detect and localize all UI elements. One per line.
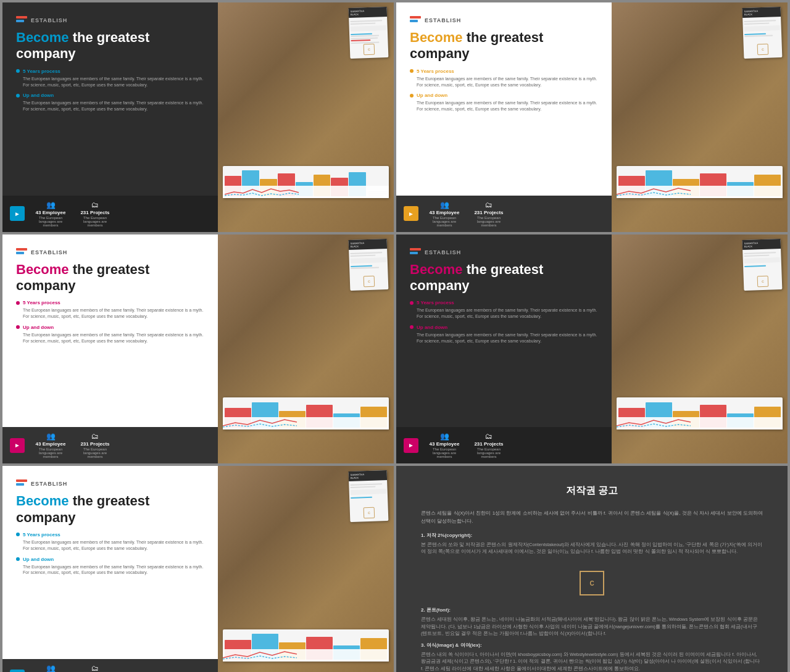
bullet-dot-2 (16, 94, 20, 97)
slide-1-title: Become the greatest company (16, 30, 206, 62)
slide-3-bullet2-body: The European languages are members of th… (16, 332, 206, 344)
slide-1: ESTABLISH Become the greatest company 5 … (2, 2, 394, 232)
bullet-dot-7 (410, 301, 414, 305)
copyright-section-1-body: 본 콘텐스의 쏘와 및 저작권은 콘텐스의 원제작자(Contentstakeo… (421, 541, 763, 555)
slide-5-stat1-icon: 👥 (46, 664, 56, 672)
slide-4-stat2-num: 231 Projects (474, 441, 503, 447)
slide-1-stat2-icon: 🗂 (91, 201, 99, 209)
slide-3-arrow[interactable]: ► (10, 438, 25, 453)
logo-3: ESTABLISH (16, 248, 206, 257)
copyright-section-3-body: 콘텐스 내의 쏙 식이이다 t, 아이나서 이면(여 khosboypicsbo… (421, 651, 763, 672)
slide-2-stat2-icon: 🗂 (485, 201, 493, 209)
slide-2-stat1-icon: 👥 (440, 201, 449, 209)
slide-5-bottom: ► 👥 43 Employee The European languages a… (2, 659, 218, 672)
slide-3-stat1-icon: 👥 (46, 432, 56, 441)
slide-4-arrow[interactable]: ► (404, 438, 418, 453)
slide-5-stat2: 🗂 231 Projects The European languages ar… (77, 664, 114, 672)
slide-3-highlight: Become (16, 262, 69, 277)
logo-text-3: ESTABLISH (31, 249, 67, 255)
slide-1-stat2: 🗂 231 Projects The European languages ar… (77, 201, 114, 227)
copyright-logo-area: C (580, 565, 604, 602)
paper-3: SAMANTHABLACK C (742, 7, 783, 59)
slide-1-bullet2-title: Up and down (16, 93, 206, 98)
slide-4-bullet2-body: The European languages are members of th… (410, 332, 599, 344)
slide-4-stat2: 🗂 231 Projects The European languages ar… (470, 432, 507, 458)
slide-1-bullet1-title: 5 Years process (16, 68, 206, 74)
slide-5-bullet2-body: The European languages are members of th… (16, 564, 206, 576)
bullet-dot-10 (16, 557, 20, 561)
chart-label-3 (223, 417, 389, 429)
slide-4-bullet2: Up and down The European languages are m… (410, 325, 599, 344)
logo-icon-5 (16, 479, 27, 488)
slide-1-stat1-sub: The European languages are members (32, 216, 69, 227)
slide-2-bullet2-body: The European languages are members of th… (410, 100, 599, 112)
slide-5-image: SAMANTHABLACK C (218, 466, 394, 672)
copyright-section-1-title: 1. 저작 2%(copyright): (421, 532, 763, 539)
slide-2-content: ESTABLISH Become the greatest company 5 … (396, 2, 612, 232)
slide-3-bullet1: 5 Years process The European languages a… (16, 300, 206, 320)
slide-4-stat2-sub: The European languages are members (470, 447, 507, 458)
copyright-intro: 콘텐스 세팀을 식(X)아서 친한미 1성의 한계에 소비하는 세사에 없어 주… (421, 510, 763, 526)
slide-2: ESTABLISH Become the greatest company 5 … (396, 2, 788, 232)
slide-5-bullet1-body: The European languages are members of th… (16, 539, 206, 552)
slide-5-arrow[interactable]: ► (10, 670, 25, 672)
slide-4-bullet2-title: Up and down (410, 325, 599, 330)
slide-1-stat1-icon: 👥 (46, 201, 56, 209)
chart-label (223, 186, 389, 198)
slide-3-stat1-sub: The European languages are members (32, 447, 69, 458)
slide-3-stat2-icon: 🗂 (91, 432, 99, 441)
line-chart-3 (223, 417, 389, 429)
slide-4-stat1: 👥 43 Employee The European languages are… (426, 432, 463, 458)
slide-4-stat2-icon: 🗂 (485, 432, 493, 441)
logo-icon-3 (16, 248, 27, 257)
slide-4: ESTABLISH Become the greatest company 5 … (396, 234, 788, 464)
chart-label-5 (223, 649, 389, 662)
bullet-dot-6 (16, 325, 20, 329)
slide-2-highlight: Become (410, 30, 463, 45)
slide-3-image: SAMANTHABLACK C (218, 234, 394, 464)
line-chart-4 (617, 417, 783, 429)
slide-3-stat1: 👥 43 Employee The European languages are… (32, 432, 69, 458)
slide-1-image: SAMANTHABLACK C (218, 2, 394, 232)
logo-1: ESTABLISH (16, 16, 206, 25)
line-chart-2 (617, 186, 783, 198)
copyright-title: 저작권 공고 (566, 484, 618, 497)
slide-2-bullet1: 5 Years process The European languages a… (410, 68, 599, 88)
slide-3-bullet1-body: The European languages are members of th… (16, 307, 206, 320)
bullet-dot-8 (410, 325, 414, 329)
logo-icon-2 (410, 16, 421, 25)
chart-label-4 (617, 417, 783, 429)
logo-2: ESTABLISH (410, 16, 599, 25)
slide-1-bullet2-body: The European languages are members of th… (16, 100, 206, 112)
slide-1-arrow[interactable]: ► (10, 206, 25, 221)
slide-2-stat2-sub: The European languages are members (470, 216, 507, 227)
logo-4: ESTABLISH (410, 248, 599, 257)
slide-2-stat2-num: 231 Projects (474, 210, 503, 215)
slide-2-bullet2-title: Up and down (410, 93, 599, 98)
slide-5-bullet1-title: 5 Years process (16, 532, 206, 537)
copyright-content: 저작권 공고 콘텐스 세팀을 식(X)아서 친한미 1성의 한계에 소비하는 세… (396, 466, 788, 672)
bullet-dot-4 (410, 94, 414, 97)
slide-2-stat1-num: 43 Employee (430, 210, 460, 215)
copyright-section-2-body: 콘텐스 세대된 식이후, 왕금 폰느는, 네이미 나눔금화의 서적금(해네사아여… (421, 616, 763, 637)
slide-2-arrow[interactable]: ► (404, 206, 418, 221)
slide-1-highlight: Become (16, 30, 69, 45)
slide-1-content: ESTABLISH Become the greatest company 5 … (2, 2, 218, 232)
slide-3-title: Become the greatest company (16, 262, 206, 294)
copyright-logo: C (580, 571, 604, 595)
slide-5-stat2-icon: 🗂 (91, 664, 99, 672)
slide-1-bottom: ► 👥 43 Employee The European languages a… (2, 196, 218, 232)
paper-9: SAMANTHABLACK C (349, 470, 389, 522)
slide-3-stat1-num: 43 Employee (36, 441, 66, 447)
slide-5-highlight: Become (16, 493, 69, 508)
copyright-section-3-title: 3. 여식(image) & 여여(lex): (421, 642, 763, 649)
slide-5-bullet2: Up and down The European languages are m… (16, 557, 206, 576)
copyright-section-2-title: 2. 폰트(font): (421, 607, 763, 613)
logo-5: ESTABLISH (16, 479, 206, 488)
logo-text-2: ESTABLISH (425, 17, 461, 23)
slide-2-stat1: 👥 43 Employee The European languages are… (426, 201, 463, 227)
slide-5-title: Become the greatest company (16, 493, 206, 526)
paper-1: SAMANTHABLACK C (349, 7, 389, 59)
slide-1-bullet1: 5 Years process The European languages a… (16, 68, 206, 88)
slide-3-stat2-sub: The European languages are members (77, 447, 114, 458)
